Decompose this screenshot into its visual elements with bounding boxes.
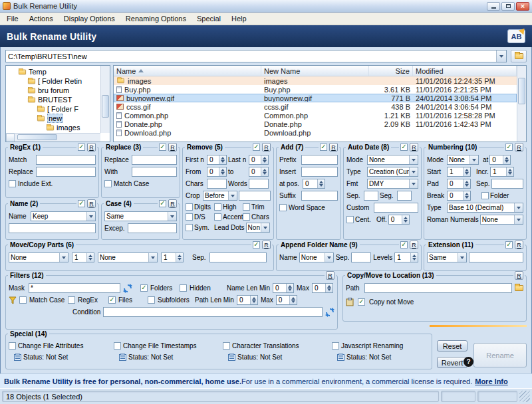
path-len-min-spinner[interactable]: 0 [237,295,258,305]
regex-reset-button[interactable]: R [87,143,96,152]
filters-reset-button[interactable]: R [326,271,334,280]
auto-date-enable-checkbox[interactable] [400,144,408,151]
spinner-arrows-icon[interactable] [503,155,510,164]
case-enable-checkbox[interactable] [159,200,166,207]
menu-file[interactable]: File [1,13,24,24]
dropdown-arrow-icon[interactable] [409,179,418,188]
dropdown-arrow-icon[interactable] [458,253,466,262]
spinner-arrows-icon[interactable] [219,167,226,176]
dropdown-arrow-icon[interactable] [469,155,478,164]
tree-item-folder-f[interactable]: [ Folder F [7,104,110,114]
case-exceptions-input[interactable] [128,223,177,233]
tree-item-images[interactable]: images [7,123,110,132]
append-folder-enable-checkbox[interactable] [400,241,408,249]
filter-match-case-checkbox[interactable] [19,296,27,304]
scrollbar-thumb[interactable] [17,134,57,140]
word-space-checkbox[interactable] [279,204,287,211]
regex-match-input[interactable] [36,155,96,165]
move-copy-reset-button[interactable]: R [262,241,271,249]
spinner-arrows-icon[interactable] [176,253,183,262]
move-copy-qty2-spinner[interactable]: 1 [161,252,184,262]
filter-files-checkbox[interactable] [108,296,116,304]
remove-chars-input[interactable] [207,179,227,189]
remove-trim-checkbox[interactable] [243,203,250,211]
dropdown-arrow-icon[interactable] [86,212,95,221]
spinner-arrows-icon[interactable] [463,179,470,188]
spinner-arrows-icon[interactable] [463,167,470,176]
spinner-arrows-icon[interactable] [286,284,293,292]
add-prefix-input[interactable] [301,155,338,165]
crop-mode-dropdown[interactable]: Before [203,191,237,201]
spinner-arrows-icon[interactable] [506,167,513,176]
name-len-min-spinner[interactable]: 0 [273,283,294,293]
tree-item-brutest[interactable]: BRUTEST [7,95,110,104]
replace-enable-checkbox[interactable] [159,144,166,151]
from-spinner[interactable]: 0 [207,167,227,177]
date-sep-input[interactable] [364,191,378,201]
numbering-reset-button[interactable]: R [515,143,523,152]
refresh-icon[interactable] [123,284,132,293]
file-row-selected[interactable]: buynownew.gif buynownew.gif 771 B 24/01/… [114,94,517,102]
condition-input[interactable] [103,307,323,317]
extension-mode-dropdown[interactable]: Same [427,252,467,262]
to-spinner[interactable]: 0 [249,167,269,177]
extension-text-input[interactable] [469,252,523,262]
dropdown-arrow-icon[interactable] [409,155,418,164]
tree-item-bru-forum[interactable]: bru forum [7,86,110,95]
num-sep-input[interactable] [491,179,523,189]
filter-subfolders-checkbox[interactable] [148,296,155,304]
move-copy-part1-dropdown[interactable]: None [9,252,68,262]
numbering-enable-checkbox[interactable] [505,144,513,151]
column-header-modified[interactable]: Modified [413,66,517,76]
extension-reset-button[interactable]: R [515,241,523,249]
spinner-arrows-icon[interactable] [402,215,409,224]
replace-input[interactable] [132,155,177,165]
menu-display-options[interactable]: Display Options [59,13,120,24]
dropdown-arrow-icon[interactable] [228,191,237,200]
spinner-arrows-icon[interactable] [317,179,325,188]
num-folder-checkbox[interactable] [481,192,489,199]
move-copy-enable-checkbox[interactable] [253,241,260,249]
add-enable-checkbox[interactable] [320,144,327,151]
regex-include-ext-checkbox[interactable] [9,180,16,187]
file-row[interactable]: Donate.php Donate.php 2.09 KB 11/01/2016… [114,120,517,128]
first-n-spinner[interactable]: 0 [207,155,227,165]
file-row[interactable]: Common.php Common.php 1.21 KB 11/01/2016… [114,111,517,120]
name-reset-button[interactable]: R [87,199,96,208]
num-break-spinner[interactable]: 0 [447,191,471,201]
case-mode-dropdown[interactable]: Same [104,211,177,221]
num-mode-dropdown[interactable]: None [447,155,479,165]
dropdown-arrow-icon[interactable] [59,253,68,262]
add-suffix-input[interactable] [301,191,338,201]
file-row[interactable]: images images 11/01/2016 12:24:35 PM [114,76,517,85]
filter-regex-checkbox[interactable] [68,296,75,304]
num-at-spinner[interactable]: 0 [489,155,511,165]
remove-enable-checkbox[interactable] [253,144,260,151]
column-header-new-name[interactable]: New Name [261,66,369,76]
column-header-name[interactable]: Name [114,66,261,76]
resize-grip[interactable] [519,391,530,402]
remove-ds-checkbox[interactable] [186,213,193,221]
dropdown-arrow-icon[interactable] [261,223,269,232]
move-copy-sep-input[interactable] [209,252,267,262]
file-row[interactable]: Buy.php Buy.php 3.61 KB 11/01/2016 2:21:… [114,85,517,94]
date-seg-input[interactable] [397,191,412,201]
mask-input[interactable] [29,283,120,293]
file-row[interactable]: Download.php Download.php [114,128,517,137]
num-pad-spinner[interactable]: 0 [447,179,471,189]
num-incr-spinner[interactable]: 1 [490,167,514,177]
minimize-button[interactable] [487,2,500,11]
remove-accents-checkbox[interactable] [214,213,221,221]
filter-folders-checkbox[interactable] [140,284,148,292]
dropdown-arrow-icon[interactable] [409,167,418,176]
extension-enable-checkbox[interactable] [505,241,513,249]
change-attributes-checkbox[interactable] [9,342,16,350]
character-translations-checkbox[interactable] [223,342,230,350]
name-text-input[interactable] [9,223,96,233]
spinner-arrows-icon[interactable] [325,284,332,292]
remove-words-input[interactable] [249,179,269,189]
browse-folder-icon[interactable] [515,285,523,291]
javascript-renaming-checkbox[interactable] [332,342,339,350]
menu-renaming-options[interactable]: Renaming Options [120,13,192,24]
roman-numerals-dropdown[interactable]: None [480,215,523,225]
